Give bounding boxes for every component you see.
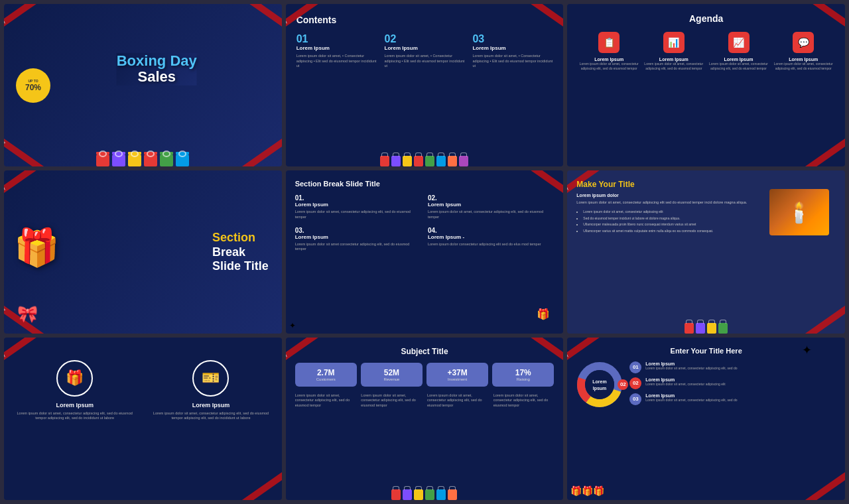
bag-6 xyxy=(436,156,446,166)
donut-arrow: 02 xyxy=(618,379,628,390)
s5-text-4: Lorem ipsum dolor consectetur adipiscing… xyxy=(428,242,554,247)
section-title-3: Slide Title xyxy=(212,259,269,274)
s5-title-2: Lorem Ipsum xyxy=(428,202,554,208)
slide-4[interactable]: BOXING DAY BOXING DAY 🎁 🎀 Section Break … xyxy=(4,170,282,333)
gift-green xyxy=(160,155,173,166)
slide-7[interactable]: BOXING DAY BOXING DAY 🎁 Lorem Ipsum Lore… xyxy=(4,338,282,500)
donut-text-2: Ipsum xyxy=(593,386,607,391)
s6-bag-3 xyxy=(707,323,716,334)
stat-val-3: +37M xyxy=(429,368,486,377)
s8-bag-6 xyxy=(448,489,457,500)
ribbon-tl: BOXING DAY xyxy=(4,4,64,38)
agenda-item-4: 💬 Lorem Ipsum Lorem ipsum dolor sit amet… xyxy=(771,32,836,70)
agenda-label-2: Lorem Ipsum xyxy=(659,57,688,62)
donut-text-1: Lorem xyxy=(593,379,607,384)
s5-num-1: 01. xyxy=(295,194,421,202)
slide-8[interactable]: BOXING DAY BOXING DAY Subject Title 2.7M… xyxy=(286,338,564,500)
stat-label-4: Raising xyxy=(495,377,551,381)
s5-item-4: 04. Lorem Ipsum - Lorem ipsum dolor cons… xyxy=(428,227,554,252)
s6-main-title: Make Your Title xyxy=(576,180,836,189)
slide-3[interactable]: BOXING DAY BOXING DAY Agenda 📋 Lorem Ips… xyxy=(567,4,845,166)
slide-6[interactable]: BOXING DAY BOXING DAY Make Your Title Lo… xyxy=(567,170,845,333)
slide-9[interactable]: BOXING DAY BOXING DAY Enter Your Title H… xyxy=(567,338,845,500)
s5-text-1: Lorem ipsum dolor sit amet, consectetur … xyxy=(295,210,421,220)
slide-1[interactable]: BOXING DAY BOXING DAY BOXING DAY BOXING … xyxy=(4,4,282,166)
s6-bag-1 xyxy=(685,323,694,334)
content-num-1: 01 xyxy=(296,33,377,45)
s9-gift-deco: ✦ xyxy=(802,343,812,357)
stat-val-2: 52M xyxy=(363,368,420,377)
s5-deco-1: ✦ xyxy=(289,321,296,330)
s7-label-2: Lorem Ipsum xyxy=(192,402,230,409)
agenda-label-1: Lorem Ipsum xyxy=(594,57,623,62)
s6-bag-2 xyxy=(696,323,705,334)
content-text-1: Lorem ipsum dolor sit amet, • Consectetu… xyxy=(296,54,377,69)
s9-desc-1: Lorem ipsum dolor sit amet, consectetur … xyxy=(645,366,836,371)
agenda-icon-1: 📋 xyxy=(598,32,620,53)
s8-bag-5 xyxy=(436,489,446,500)
agenda-desc-3: Lorem ipsum dolor sit amet, consectetur … xyxy=(706,62,771,70)
stat-box-3: +37M Investment xyxy=(426,363,488,387)
s9-item-2: 02 Lorem Ipsum Lorem ipsum dolor sit ame… xyxy=(629,377,836,389)
s7-icon-item-2: 🎫 Lorem Ipsum Lorem ipsum dolor sit amet… xyxy=(149,360,272,421)
agenda-title: Agenda xyxy=(576,13,836,24)
gift-boxes xyxy=(4,140,282,166)
s9-num-3: 03 xyxy=(629,393,641,405)
s7-icon-item-1: 🎁 Lorem Ipsum Lorem ipsum dolor sit amet… xyxy=(13,360,136,421)
content-col-2: 02 Lorem Ipsum Lorem ipsum dolor sit ame… xyxy=(385,33,465,69)
s9-donut-area: Lorem Ipsum 02 01 Lorem Ipsum Lorem ipsu… xyxy=(576,361,836,408)
s8-bag-1 xyxy=(391,489,401,500)
contents-title: Contents xyxy=(296,15,553,25)
section-title-2: Break xyxy=(212,245,269,259)
s9-title-3: Lorem Ipsum xyxy=(645,393,836,398)
s8-bags xyxy=(286,477,564,500)
slide-1-title: Boxing Day Sales xyxy=(117,53,197,85)
s7-icon-circle-2: 🎫 xyxy=(192,360,229,397)
content-col-3: 03 Lorem Ipsum Lorem ipsum dolor sit ame… xyxy=(472,33,553,69)
candle-photo: 🕯️ xyxy=(787,201,811,224)
s7-desc-1: Lorem ipsum dolor sit amet, consectetur … xyxy=(13,411,136,421)
donut-chart: Lorem Ipsum 02 xyxy=(576,361,623,408)
s5-text-3: Lorem ipsum dolor sit amet consectetur a… xyxy=(295,242,421,252)
s9-title-1: Lorem Ipsum xyxy=(645,361,836,366)
s8-descs: Lorem ipsum dolor sit amet, consectetur … xyxy=(295,393,555,409)
s9-title-2: Lorem Ipsum xyxy=(645,377,836,382)
agenda-icons: 📋 Lorem Ipsum Lorem ipsum dolor sit amet… xyxy=(576,32,836,70)
slide-5[interactable]: BOXING DAY Section Break Slide Title 01.… xyxy=(286,170,564,333)
s8-desc-2: Lorem ipsum dolor sit amet, consectetur … xyxy=(361,393,422,409)
content-text-2: Lorem ipsum dolor sit amet, • Consectetu… xyxy=(385,54,465,69)
s9-content-1: Lorem Ipsum Lorem ipsum dolor sit amet, … xyxy=(645,361,836,371)
slide-8-ribbons: BOXING DAY BOXING DAY xyxy=(286,338,564,500)
s9-num-2: 02 xyxy=(629,377,641,389)
stat-val-1: 2.7M xyxy=(298,368,354,377)
agenda-desc-2: Lorem ipsum dolor sit amet, consectetur … xyxy=(641,62,706,70)
s7-desc-2: Lorem ipsum dolor sit amet, consectetur … xyxy=(149,411,272,421)
s7-icon-circle-1: 🎁 xyxy=(56,360,93,397)
s5-title-1: Lorem Ipsum xyxy=(295,202,421,208)
s3-ribbon-br: BOXING DAY xyxy=(785,127,845,166)
s7-label-1: Lorem Ipsum xyxy=(56,402,94,409)
gift-yellow xyxy=(128,155,141,166)
s8-desc-3: Lorem ipsum dolor sit amet, consectetur … xyxy=(427,393,488,409)
s7-ribbon-br: BOXING DAY xyxy=(222,461,281,500)
slide-2[interactable]: BOXING DAY BOXING DAY Contents 01 Lorem … xyxy=(286,4,564,166)
bag-1 xyxy=(380,156,389,166)
s9-content-3: Lorem Ipsum Lorem ipsum dolor sit amet, … xyxy=(645,393,836,403)
agenda-item-2: 📊 Lorem Ipsum Lorem ipsum dolor sit amet… xyxy=(641,32,706,70)
bag-7 xyxy=(448,156,457,166)
s5-main-title: Section Break Slide Title xyxy=(295,180,555,188)
s4-ribbon-tl: BOXING DAY xyxy=(4,170,64,204)
s7-icon-pair: 🎁 Lorem Ipsum Lorem ipsum dolor sit amet… xyxy=(13,360,273,421)
agenda-label-4: Lorem Ipsum xyxy=(789,57,818,62)
s5-title-3: Lorem Ipsum xyxy=(295,234,421,240)
s5-text-2: Lorem ipsum dolor sit amet, consectetur … xyxy=(428,210,554,220)
s5-item-1: 01. Lorem Ipsum Lorem ipsum dolor sit am… xyxy=(295,194,421,220)
s5-content-grid: 01. Lorem Ipsum Lorem ipsum dolor sit am… xyxy=(295,194,555,252)
slide-2-ribbons: BOXING DAY BOXING DAY xyxy=(286,4,564,166)
content-text-3: Lorem ipsum dolor sit amet, • Consectetu… xyxy=(472,54,553,69)
s9-desc-3: Lorem ipsum dolor sit amet, consectetur … xyxy=(645,398,836,403)
s9-item-1: 01 Lorem Ipsum Lorem ipsum dolor sit ame… xyxy=(629,361,836,373)
slides-grid: BOXING DAY BOXING DAY BOXING DAY BOXING … xyxy=(0,0,849,504)
donut-svg: Lorem Ipsum xyxy=(576,361,623,408)
s5-num-2: 02. xyxy=(428,194,554,202)
